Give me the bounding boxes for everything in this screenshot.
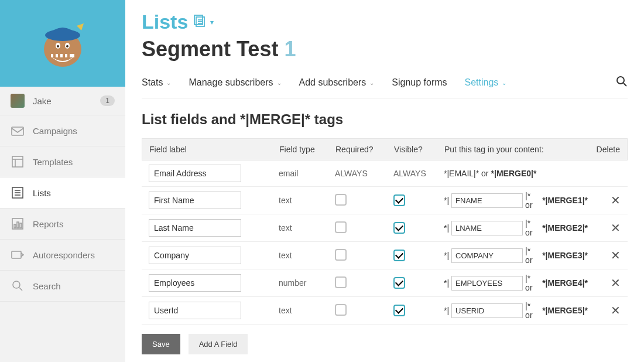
visible-checkbox[interactable] — [393, 194, 405, 206]
sidebar-item-campaigns[interactable]: Campaigns — [0, 115, 125, 146]
table-row: text*||* or *|MERGE1|*✕ — [142, 187, 628, 214]
svg-point-31 — [617, 77, 624, 84]
tab-signup-forms[interactable]: Signup forms — [392, 77, 447, 88]
chevron-down-icon: ▾ — [210, 18, 214, 26]
logo-area — [0, 0, 125, 87]
tag-prefix: *| — [444, 196, 449, 205]
page-title: Segment Test 1 — [142, 37, 628, 62]
required-checkbox[interactable] — [335, 221, 347, 233]
svg-point-8 — [57, 45, 59, 47]
merge-tag-input[interactable] — [451, 221, 523, 235]
main: Lists ▾ Segment Test 1 Stats⌄ Manage sub… — [125, 0, 644, 362]
tag-suffix: |* or — [525, 274, 540, 292]
field-label-input[interactable] — [149, 247, 241, 264]
merge-tag-input[interactable] — [451, 303, 523, 318]
merge-tag-alt: *|MERGE1|* — [542, 196, 588, 205]
svg-rect-3 — [58, 54, 60, 57]
search-icon — [11, 280, 25, 292]
sidebar-item-reports[interactable]: Reports — [0, 209, 125, 240]
delete-row-button[interactable]: ✕ — [611, 249, 621, 262]
sidebar-item-search[interactable]: Search — [0, 271, 125, 302]
notification-badge: 1 — [100, 95, 115, 106]
user-row[interactable]: Jake 1 — [0, 87, 125, 115]
visible-always-text: ALWAYS — [393, 169, 444, 178]
sidebar-item-lists[interactable]: Lists — [0, 177, 125, 209]
svg-point-24 — [13, 281, 20, 288]
visible-checkbox[interactable] — [393, 222, 405, 234]
add-field-button[interactable]: Add A Field — [189, 334, 248, 354]
merge-tag-alt: *|MERGE2|* — [542, 223, 588, 233]
required-checkbox[interactable] — [335, 249, 347, 261]
merge-tag-alt: *|MERGE3|* — [542, 251, 588, 260]
field-label-input[interactable] — [149, 274, 241, 292]
tag-prefix: *| — [444, 251, 449, 260]
svg-point-10 — [45, 29, 80, 41]
field-label-input[interactable] — [149, 302, 241, 319]
field-label-input[interactable] — [149, 165, 241, 182]
chevron-down-icon: ⌄ — [502, 80, 506, 86]
required-checkbox[interactable] — [335, 304, 347, 316]
tag-suffix: |* or — [525, 218, 540, 237]
nav-label: Search — [33, 281, 61, 291]
delete-row-button[interactable]: ✕ — [611, 194, 621, 207]
merge-tag-alt: *|MERGE0|* — [491, 169, 537, 178]
merge-tag-input[interactable] — [451, 276, 523, 291]
table-row: text*||* or *|MERGE5|*✕ — [142, 297, 628, 325]
lists-page-icon — [193, 15, 205, 30]
required-checkbox[interactable] — [335, 194, 347, 206]
svg-rect-11 — [12, 127, 23, 135]
svg-rect-22 — [20, 223, 22, 228]
required-always-text: ALWAYS — [335, 169, 393, 178]
tag-suffix: |* or — [525, 246, 540, 265]
tab-manage-subscribers[interactable]: Manage subscribers⌄ — [189, 77, 281, 88]
tab-settings[interactable]: Settings⌄ — [465, 77, 507, 88]
svg-rect-21 — [17, 222, 19, 228]
table-row: text*||* or *|MERGE2|*✕ — [142, 214, 628, 242]
tag-suffix: |* or — [525, 191, 540, 210]
button-row: Save Add A Field — [142, 334, 628, 354]
template-icon — [11, 156, 25, 168]
tab-stats[interactable]: Stats⌄ — [142, 77, 171, 88]
breadcrumb-title: Lists — [142, 11, 188, 33]
sidebar: Jake 1 Campaigns Templates Lists Reports — [0, 0, 125, 362]
svg-line-25 — [19, 288, 22, 291]
svg-rect-5 — [67, 54, 70, 57]
search-icon[interactable] — [616, 76, 628, 90]
user-name: Jake — [33, 96, 100, 106]
avatar — [11, 94, 25, 108]
tag-suffix: |* or — [525, 301, 540, 320]
visible-checkbox[interactable] — [393, 250, 405, 261]
breadcrumb[interactable]: Lists ▾ — [142, 11, 628, 33]
th-visible: Visible? — [394, 145, 444, 154]
svg-point-9 — [66, 45, 68, 47]
nav-label: Campaigns — [33, 126, 77, 136]
field-label-input[interactable] — [149, 219, 241, 237]
chevron-down-icon: ⌄ — [166, 80, 171, 86]
tab-add-subscribers[interactable]: Add subscribers⌄ — [299, 77, 375, 88]
delete-row-button[interactable]: ✕ — [611, 304, 621, 317]
sidebar-item-templates[interactable]: Templates — [0, 146, 125, 177]
save-button[interactable]: Save — [142, 334, 180, 354]
merge-tag-input[interactable] — [451, 248, 523, 263]
table-header: Field label Field type Required? Visible… — [142, 138, 628, 160]
tag-prefix: *| — [444, 278, 449, 288]
chevron-down-icon: ⌄ — [369, 80, 374, 86]
visible-checkbox[interactable] — [393, 305, 405, 316]
delete-row-button[interactable]: ✕ — [611, 221, 621, 234]
field-label-input[interactable] — [149, 192, 241, 209]
tabbar: Stats⌄ Manage subscribers⌄ Add subscribe… — [142, 76, 628, 98]
merge-tag-alt: *|MERGE4|* — [542, 278, 588, 288]
visible-checkbox[interactable] — [393, 277, 405, 289]
th-label: Field label — [149, 145, 279, 154]
sidebar-item-autoresponders[interactable]: Autoresponders — [0, 240, 125, 271]
nav: Campaigns Templates Lists Reports Autore… — [0, 115, 125, 302]
field-type-text: text — [279, 223, 335, 233]
th-tag: Put this tag in your content: — [444, 145, 587, 154]
required-checkbox[interactable] — [335, 276, 347, 288]
merge-tag-input[interactable] — [451, 193, 523, 208]
delete-row-button[interactable]: ✕ — [611, 276, 621, 289]
field-type-text: number — [279, 278, 335, 288]
list-icon — [11, 187, 25, 199]
nav-label: Autoresponders — [33, 250, 95, 260]
svg-rect-4 — [63, 54, 65, 57]
